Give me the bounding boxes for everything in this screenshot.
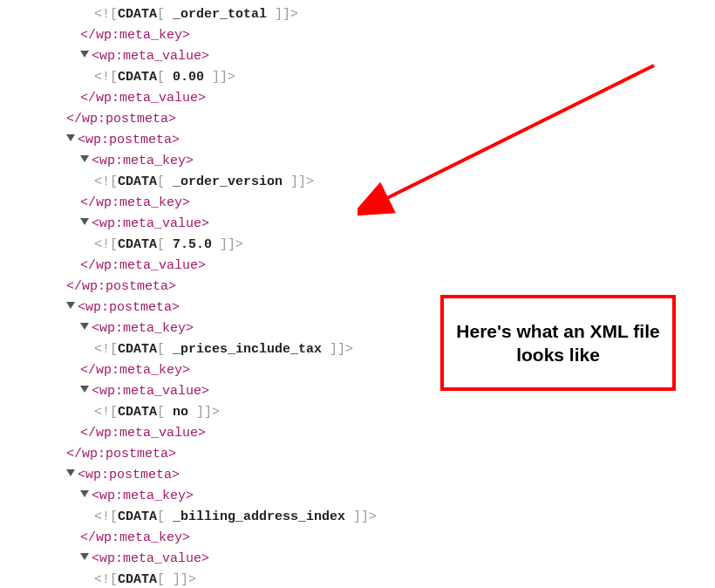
cdata-keyword: CDATA: [118, 237, 157, 252]
xml-line: <![CDATA[ no ]]>: [52, 402, 715, 423]
xml-line: <wp:postmeta>: [52, 465, 715, 486]
cdata-bracket: [: [157, 7, 173, 22]
cdata-value: _order_total: [173, 7, 267, 22]
cdata-bracket: ]]>: [173, 572, 196, 587]
xml-close-tag: </wp:postmeta>: [66, 112, 176, 126]
cdata-bracket: [: [157, 405, 173, 420]
xml-line: <wp:meta_key>: [52, 151, 715, 172]
expand-triangle-icon[interactable]: [80, 490, 89, 497]
cdata-bracket: ]]>: [267, 7, 298, 22]
annotation-callout-box: Here's what an XML file looks like: [440, 295, 676, 391]
cdata-bracket: [: [157, 174, 173, 189]
cdata-keyword: CDATA: [118, 509, 157, 524]
cdata-value: _prices_include_tax: [173, 342, 322, 357]
cdata-bracket: <![: [94, 509, 118, 524]
xml-line: </wp:meta_value>: [52, 423, 715, 444]
xml-line: </wp:meta_key>: [52, 193, 715, 214]
cdata-value: _billing_address_index: [173, 509, 345, 524]
cdata-bracket: ]]>: [345, 509, 377, 524]
xml-close-tag: </wp:postmeta>: [66, 279, 176, 294]
expand-triangle-icon[interactable]: [80, 51, 89, 58]
xml-open-tag: <wp:postmeta>: [78, 133, 180, 147]
xml-line: </wp:meta_value>: [52, 256, 715, 277]
xml-line: <![CDATA[ _billing_address_index ]]>: [52, 507, 715, 528]
xml-close-tag: </wp:meta_key>: [80, 363, 190, 378]
expand-triangle-icon[interactable]: [80, 386, 89, 393]
xml-open-tag: <wp:meta_value>: [92, 49, 209, 64]
cdata-bracket: ]]>: [283, 174, 314, 189]
cdata-bracket: [: [157, 70, 173, 85]
xml-line: <![CDATA[ _order_version ]]>: [52, 172, 715, 193]
xml-open-tag: <wp:meta_key>: [92, 321, 194, 336]
expand-triangle-icon[interactable]: [66, 302, 75, 309]
expand-triangle-icon[interactable]: [80, 323, 89, 330]
xml-line: <![CDATA[ 7.5.0 ]]>: [52, 235, 715, 256]
xml-close-tag: </wp:meta_key>: [80, 530, 190, 545]
annotation-callout-text: Here's what an XML file looks like: [453, 319, 664, 367]
xml-line: </wp:meta_key>: [52, 528, 715, 549]
cdata-bracket: [: [157, 572, 173, 587]
cdata-bracket: <![: [94, 174, 118, 189]
xml-close-tag: </wp:meta_value>: [80, 91, 206, 106]
cdata-keyword: CDATA: [118, 572, 157, 587]
cdata-bracket: <![: [94, 572, 118, 587]
xml-open-tag: <wp:meta_value>: [92, 551, 209, 566]
xml-line: </wp:meta_key>: [52, 25, 715, 46]
cdata-bracket: ]]>: [322, 342, 353, 357]
cdata-keyword: CDATA: [118, 70, 157, 85]
xml-open-tag: <wp:meta_key>: [92, 489, 194, 503]
xml-line: </wp:postmeta>: [52, 109, 715, 130]
cdata-bracket: [: [157, 237, 173, 252]
xml-line: <![CDATA[ ]]>: [52, 570, 715, 588]
xml-open-tag: <wp:meta_value>: [92, 216, 209, 231]
cdata-keyword: CDATA: [118, 342, 157, 357]
xml-close-tag: </wp:meta_value>: [80, 426, 206, 441]
cdata-bracket: ]]>: [204, 70, 235, 85]
cdata-bracket: ]]>: [188, 405, 220, 420]
xml-open-tag: <wp:postmeta>: [78, 300, 180, 315]
xml-line: <![CDATA[ 0.00 ]]>: [52, 67, 715, 88]
xml-line: </wp:meta_value>: [52, 88, 715, 109]
xml-close-tag: </wp:postmeta>: [66, 447, 176, 462]
xml-open-tag: <wp:postmeta>: [78, 468, 180, 482]
cdata-bracket: <![: [94, 405, 118, 420]
cdata-value: _order_version: [173, 174, 283, 189]
xml-line: <![CDATA[ _order_total ]]>: [52, 4, 715, 25]
expand-triangle-icon[interactable]: [80, 218, 89, 225]
cdata-bracket: <![: [94, 7, 118, 22]
xml-open-tag: <wp:meta_value>: [92, 384, 209, 399]
expand-triangle-icon[interactable]: [66, 469, 75, 476]
cdata-bracket: ]]>: [212, 237, 243, 252]
cdata-bracket: <![: [94, 70, 118, 85]
cdata-value: no: [173, 405, 188, 420]
cdata-bracket: [: [157, 509, 173, 524]
xml-line: </wp:postmeta>: [52, 444, 715, 465]
xml-line: <wp:postmeta>: [52, 130, 715, 151]
xml-open-tag: <wp:meta_key>: [92, 154, 194, 168]
cdata-keyword: CDATA: [118, 7, 157, 22]
xml-line: <wp:meta_key>: [52, 486, 715, 507]
cdata-keyword: CDATA: [118, 174, 157, 189]
xml-close-tag: </wp:meta_value>: [80, 258, 206, 273]
cdata-keyword: CDATA: [118, 405, 157, 420]
expand-triangle-icon[interactable]: [66, 134, 75, 141]
xml-line: <wp:meta_value>: [52, 46, 715, 67]
cdata-value: 7.5.0: [173, 237, 212, 252]
xml-line: <wp:meta_value>: [52, 549, 715, 570]
expand-triangle-icon[interactable]: [80, 155, 89, 162]
xml-close-tag: </wp:meta_key>: [80, 28, 190, 43]
cdata-bracket: <![: [94, 237, 118, 252]
xml-line: <wp:meta_value>: [52, 214, 715, 235]
cdata-value: 0.00: [173, 70, 204, 85]
xml-close-tag: </wp:meta_key>: [80, 195, 190, 210]
cdata-bracket: [: [157, 342, 173, 357]
cdata-bracket: <![: [94, 342, 118, 357]
expand-triangle-icon[interactable]: [80, 553, 89, 560]
